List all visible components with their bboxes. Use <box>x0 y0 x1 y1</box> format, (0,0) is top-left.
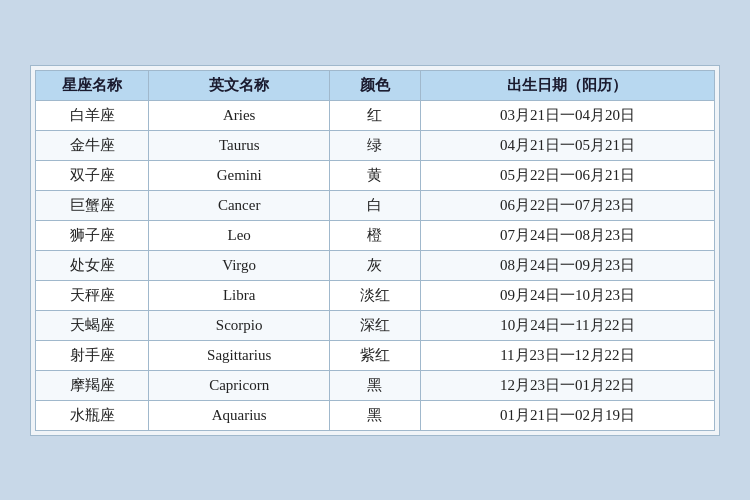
table-row: 射手座Sagittarius紫红11月23日一12月22日 <box>36 340 715 370</box>
cell-date: 05月22日一06月21日 <box>420 160 714 190</box>
cell-cn: 双子座 <box>36 160 149 190</box>
cell-en: Virgo <box>149 250 330 280</box>
table-row: 巨蟹座Cancer白06月22日一07月23日 <box>36 190 715 220</box>
zodiac-table: 星座名称 英文名称 颜色 出生日期（阳历） 白羊座Aries红03月21日一04… <box>35 70 715 431</box>
table-header-row: 星座名称 英文名称 颜色 出生日期（阳历） <box>36 70 715 100</box>
header-color: 颜色 <box>330 70 421 100</box>
cell-en: Gemini <box>149 160 330 190</box>
cell-color: 灰 <box>330 250 421 280</box>
cell-en: Libra <box>149 280 330 310</box>
cell-color: 白 <box>330 190 421 220</box>
table-row: 处女座Virgo灰08月24日一09月23日 <box>36 250 715 280</box>
cell-date: 01月21日一02月19日 <box>420 400 714 430</box>
table-body: 白羊座Aries红03月21日一04月20日金牛座Taurus绿04月21日一0… <box>36 100 715 430</box>
cell-cn: 射手座 <box>36 340 149 370</box>
cell-en: Cancer <box>149 190 330 220</box>
cell-date: 09月24日一10月23日 <box>420 280 714 310</box>
cell-color: 绿 <box>330 130 421 160</box>
cell-date: 08月24日一09月23日 <box>420 250 714 280</box>
cell-color: 橙 <box>330 220 421 250</box>
cell-cn: 金牛座 <box>36 130 149 160</box>
table-row: 天秤座Libra淡红09月24日一10月23日 <box>36 280 715 310</box>
cell-cn: 天蝎座 <box>36 310 149 340</box>
header-en: 英文名称 <box>149 70 330 100</box>
table-row: 摩羯座Capricorn黑12月23日一01月22日 <box>36 370 715 400</box>
cell-cn: 白羊座 <box>36 100 149 130</box>
cell-date: 07月24日一08月23日 <box>420 220 714 250</box>
cell-color: 紫红 <box>330 340 421 370</box>
cell-color: 黄 <box>330 160 421 190</box>
table-row: 狮子座Leo橙07月24日一08月23日 <box>36 220 715 250</box>
cell-date: 12月23日一01月22日 <box>420 370 714 400</box>
cell-date: 03月21日一04月20日 <box>420 100 714 130</box>
cell-cn: 天秤座 <box>36 280 149 310</box>
cell-cn: 摩羯座 <box>36 370 149 400</box>
cell-date: 10月24日一11月22日 <box>420 310 714 340</box>
cell-cn: 巨蟹座 <box>36 190 149 220</box>
zodiac-table-wrapper: 星座名称 英文名称 颜色 出生日期（阳历） 白羊座Aries红03月21日一04… <box>30 65 720 436</box>
cell-en: Capricorn <box>149 370 330 400</box>
header-cn: 星座名称 <box>36 70 149 100</box>
cell-date: 11月23日一12月22日 <box>420 340 714 370</box>
cell-en: Leo <box>149 220 330 250</box>
cell-color: 黑 <box>330 400 421 430</box>
cell-en: Sagittarius <box>149 340 330 370</box>
cell-color: 黑 <box>330 370 421 400</box>
cell-date: 06月22日一07月23日 <box>420 190 714 220</box>
cell-en: Aquarius <box>149 400 330 430</box>
cell-cn: 狮子座 <box>36 220 149 250</box>
table-row: 水瓶座Aquarius黑01月21日一02月19日 <box>36 400 715 430</box>
cell-cn: 处女座 <box>36 250 149 280</box>
cell-en: Scorpio <box>149 310 330 340</box>
cell-en: Aries <box>149 100 330 130</box>
cell-cn: 水瓶座 <box>36 400 149 430</box>
header-date: 出生日期（阳历） <box>420 70 714 100</box>
cell-color: 深红 <box>330 310 421 340</box>
cell-en: Taurus <box>149 130 330 160</box>
table-row: 天蝎座Scorpio深红10月24日一11月22日 <box>36 310 715 340</box>
table-row: 金牛座Taurus绿04月21日一05月21日 <box>36 130 715 160</box>
cell-color: 红 <box>330 100 421 130</box>
table-row: 白羊座Aries红03月21日一04月20日 <box>36 100 715 130</box>
table-row: 双子座Gemini黄05月22日一06月21日 <box>36 160 715 190</box>
cell-color: 淡红 <box>330 280 421 310</box>
cell-date: 04月21日一05月21日 <box>420 130 714 160</box>
